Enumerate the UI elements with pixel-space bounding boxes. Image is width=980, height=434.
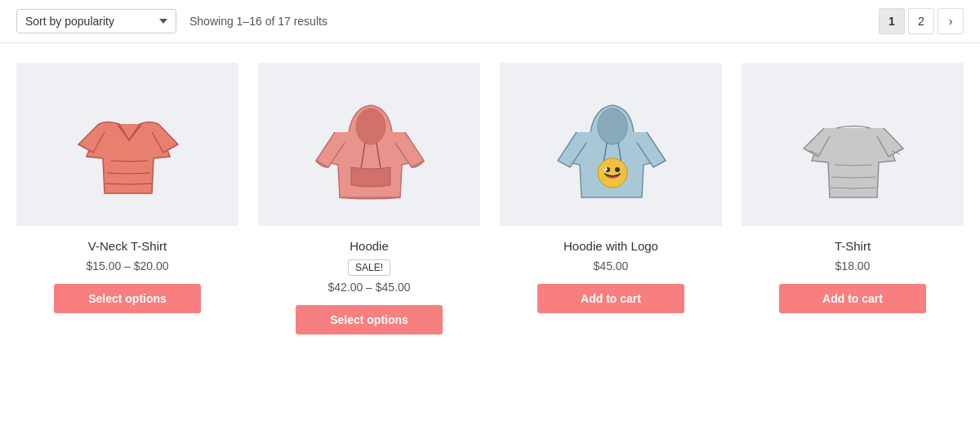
tshirt-image [787,79,918,210]
product-price-hoodie-logo: $45.00 [594,259,629,272]
toolbar: Sort by popularity Sort by average ratin… [0,0,980,43]
results-count: Showing 1–16 of 17 results [189,15,327,28]
select-options-button-hoodie[interactable]: Select options [296,305,443,334]
product-card-hoodie-logo: Hoodie with Logo $45.00 Add to cart [500,63,722,334]
product-image-wrapper-tshirt [742,63,964,226]
sort-select[interactable]: Sort by popularity Sort by average ratin… [16,9,176,33]
vneck-image [62,79,193,210]
product-card-hoodie: Hoodie SALE! $42.00 – $45.00 Select opti… [258,63,480,334]
svg-point-8 [615,167,620,172]
product-name-hoodie: Hoodie [350,239,389,253]
pagination: 1 2 › [879,8,964,34]
product-price-tshirt: $18.00 [835,259,871,272]
page-1-button[interactable]: 1 [879,8,905,34]
product-image-wrapper-vneck [16,63,238,226]
product-price-hoodie: $42.00 – $45.00 [327,281,410,294]
hoodie-logo-image [546,79,676,210]
product-name-tshirt: T-Shirt [835,239,871,253]
sale-badge-hoodie: SALE! [348,259,390,276]
products-grid: V-Neck T-Shirt $15.00 – $20.00 Select op… [0,43,980,354]
page-2-button[interactable]: 2 [908,8,934,34]
product-name-hoodie-logo: Hoodie with Logo [564,239,658,253]
select-options-button-vneck[interactable]: Select options [54,284,201,313]
product-price-vneck: $15.00 – $20.00 [86,259,168,272]
next-page-button[interactable]: › [938,8,964,34]
product-name-vneck: V-Neck T-Shirt [88,239,167,253]
product-card-tshirt: T-Shirt $18.00 Add to cart [742,63,964,334]
add-to-cart-button-tshirt[interactable]: Add to cart [779,284,926,313]
add-to-cart-button-hoodie-logo[interactable]: Add to cart [537,284,684,313]
svg-point-3 [598,108,627,144]
hoodie-image [304,79,434,210]
product-card-vneck: V-Neck T-Shirt $15.00 – $20.00 Select op… [16,63,238,334]
svg-point-0 [356,108,385,144]
product-image-wrapper-hoodie [258,63,480,226]
svg-point-6 [598,158,627,188]
toolbar-left: Sort by popularity Sort by average ratin… [16,9,327,33]
product-image-wrapper-hoodie-logo [500,63,722,226]
